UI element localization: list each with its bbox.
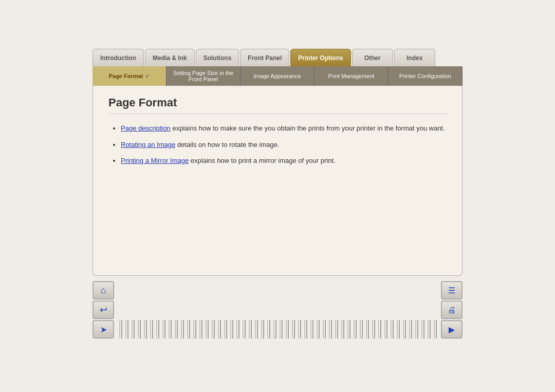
sub-tab-print-management[interactable]: Print Management [314, 66, 388, 86]
content-list: Page description explains how to make su… [121, 123, 447, 166]
sub-tab-print-management-label: Print Management [328, 73, 375, 79]
back-icon [100, 304, 107, 315]
list-item: Printing a Mirror Image explains how to … [121, 156, 447, 166]
sub-tab-printer-configuration-label: Printer Configuration [399, 73, 451, 79]
sub-nav: Page Format ✓ Setting Page Size in the F… [92, 66, 462, 86]
tab-introduction[interactable]: Introduction [92, 49, 144, 66]
sub-tab-page-format-label: Page Format [109, 73, 143, 79]
list-item-text-1: details on how to rotate the image. [175, 141, 279, 148]
toc-button[interactable] [441, 281, 462, 300]
home-icon [101, 285, 106, 296]
next-button[interactable] [441, 320, 462, 339]
tab-media-ink[interactable]: Media & Ink [145, 49, 195, 66]
checkmark-icon: ✓ [145, 73, 150, 80]
next-icon [449, 324, 455, 335]
right-buttons [441, 281, 462, 339]
tab-other[interactable]: Other [352, 49, 393, 66]
forward-left-icon [100, 324, 107, 335]
sub-tab-image-appearance-label: Image Appearance [253, 73, 301, 79]
spiral-decoration [116, 320, 439, 339]
list-item: Page description explains how to make su… [121, 123, 447, 134]
home-button[interactable] [92, 281, 114, 300]
sub-tab-setting-page-size[interactable]: Setting Page Size in the Front Panel [166, 66, 240, 86]
print-button[interactable] [441, 301, 462, 319]
sub-tab-image-appearance[interactable]: Image Appearance [240, 66, 314, 86]
rotating-image-link[interactable]: Rotating an Image [121, 141, 175, 148]
page-description-link[interactable]: Page description [121, 124, 171, 132]
list-item-text-0: explains how to make sure the you obtain… [171, 124, 445, 132]
mirror-image-link[interactable]: Printing a Mirror Image [121, 157, 189, 164]
main-content: Page Format Page description explains ho… [92, 86, 462, 276]
back-button[interactable] [92, 301, 114, 319]
sub-tab-printer-configuration[interactable]: Printer Configuration [388, 66, 462, 86]
list-item-text-2: explains how to print a mirror image of … [189, 157, 335, 164]
page-title: Page Format [108, 96, 447, 114]
forward-left-button[interactable] [92, 320, 114, 339]
sub-tab-setting-page-size-label: Setting Page Size in the Front Panel [172, 70, 235, 82]
list-item: Rotating an Image details on how to rota… [121, 140, 447, 150]
left-buttons [92, 281, 114, 339]
tab-printer-options[interactable]: Printer Options [290, 49, 350, 66]
print-icon [448, 305, 456, 315]
top-nav: Introduction Media & Ink Solutions Front… [92, 49, 462, 66]
tab-front-panel[interactable]: Front Panel [240, 49, 289, 66]
toc-icon [448, 285, 455, 296]
tab-index[interactable]: Index [394, 49, 435, 66]
bottom-controls [92, 281, 462, 339]
sub-tab-page-format[interactable]: Page Format ✓ [92, 66, 166, 86]
tab-solutions[interactable]: Solutions [196, 49, 239, 66]
